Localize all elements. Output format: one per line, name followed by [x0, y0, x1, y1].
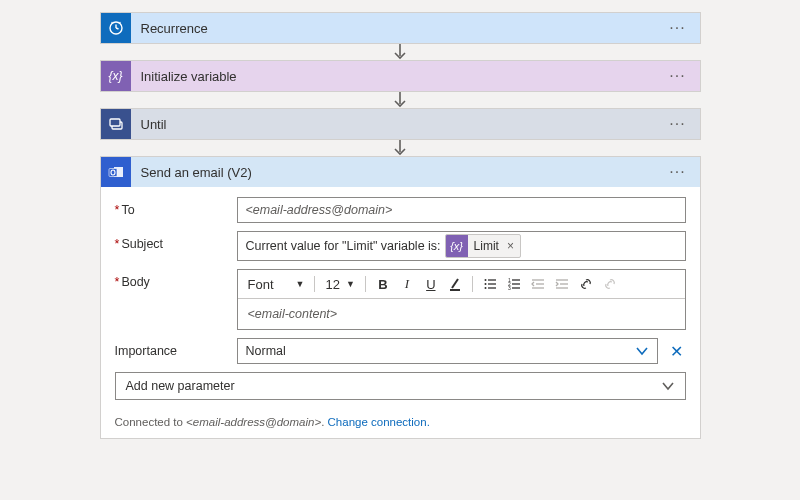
svg-point-18 [484, 287, 486, 289]
more-icon[interactable]: ··· [666, 115, 690, 133]
link-button[interactable] [575, 273, 597, 295]
step-body: To <email-address@domain> Subject Curren… [101, 187, 700, 408]
font-color-button[interactable] [444, 273, 466, 295]
chevron-down-icon [661, 379, 675, 393]
importance-label: Importance [115, 338, 237, 358]
step-header[interactable]: {x} Initialize variable ··· [101, 61, 700, 91]
to-label: To [115, 197, 237, 217]
number-list-button[interactable]: 123 [503, 273, 525, 295]
bold-button[interactable]: B [372, 273, 394, 295]
token-label: Limit [468, 239, 505, 253]
svg-rect-13 [450, 289, 460, 291]
connector-arrow [391, 91, 409, 109]
step-header[interactable]: Recurrence ··· [101, 13, 700, 43]
step-send-email: Send an email (V2) ··· To <email-address… [100, 156, 701, 439]
step-recurrence[interactable]: Recurrence ··· [100, 12, 701, 44]
underline-button[interactable]: U [420, 273, 442, 295]
more-icon[interactable]: ··· [666, 163, 690, 181]
more-icon[interactable]: ··· [666, 67, 690, 85]
svg-point-3 [111, 22, 112, 23]
italic-button[interactable]: I [396, 273, 418, 295]
caret-down-icon: ▼ [346, 279, 355, 289]
step-header[interactable]: Until ··· [101, 109, 700, 139]
connection-footer: Connected to <email-address@domain>. Cha… [101, 408, 700, 438]
editor-toolbar: Font ▼ 12 ▼ B I U [238, 270, 685, 299]
svg-point-4 [119, 22, 120, 23]
svg-text:3: 3 [508, 285, 511, 291]
chevron-down-icon [635, 344, 649, 358]
caret-down-icon: ▼ [296, 279, 305, 289]
variable-token[interactable]: {x} Limit × [445, 234, 521, 258]
indent-button[interactable] [551, 273, 573, 295]
unlink-button[interactable] [599, 273, 621, 295]
bullet-list-button[interactable] [479, 273, 501, 295]
more-icon[interactable]: ··· [666, 19, 690, 37]
until-icon [101, 109, 131, 139]
svg-point-14 [484, 279, 486, 281]
remove-field-button[interactable]: ✕ [668, 342, 686, 361]
token-remove-icon[interactable]: × [505, 239, 520, 253]
separator [472, 276, 473, 292]
variable-icon: {x} [446, 235, 468, 257]
separator [365, 276, 366, 292]
step-title: Send an email (V2) [141, 165, 666, 180]
step-until[interactable]: Until ··· [100, 108, 701, 140]
step-title: Initialize variable [141, 69, 666, 84]
subject-label: Subject [115, 231, 237, 251]
connector-arrow [391, 43, 409, 61]
connection-account: <email-address@domain> [186, 416, 321, 428]
body-textarea[interactable]: <email-content> [238, 299, 685, 329]
svg-line-2 [116, 28, 119, 29]
add-parameter-select[interactable]: Add new parameter [115, 372, 686, 400]
svg-point-16 [484, 283, 486, 285]
outlook-icon [101, 157, 131, 187]
connector-arrow [391, 139, 409, 157]
body-editor: Font ▼ 12 ▼ B I U [237, 269, 686, 330]
step-init-variable[interactable]: {x} Initialize variable ··· [100, 60, 701, 92]
svg-rect-8 [110, 119, 120, 126]
subject-text: Current value for "Limit" variable is: [246, 239, 441, 253]
clock-icon [101, 13, 131, 43]
importance-select[interactable]: Normal [237, 338, 658, 364]
step-header[interactable]: Send an email (V2) ··· [101, 157, 700, 187]
change-connection-link[interactable]: Change connection. [328, 416, 430, 428]
font-size-select[interactable]: 12 ▼ [321, 276, 358, 293]
body-label: Body [115, 269, 237, 289]
step-title: Until [141, 117, 666, 132]
subject-input[interactable]: Current value for "Limit" variable is: {… [237, 231, 686, 261]
to-input[interactable]: <email-address@domain> [237, 197, 686, 223]
separator [314, 276, 315, 292]
step-title: Recurrence [141, 21, 666, 36]
font-select[interactable]: Font ▼ [244, 276, 309, 293]
variable-icon: {x} [101, 61, 131, 91]
outdent-button[interactable] [527, 273, 549, 295]
